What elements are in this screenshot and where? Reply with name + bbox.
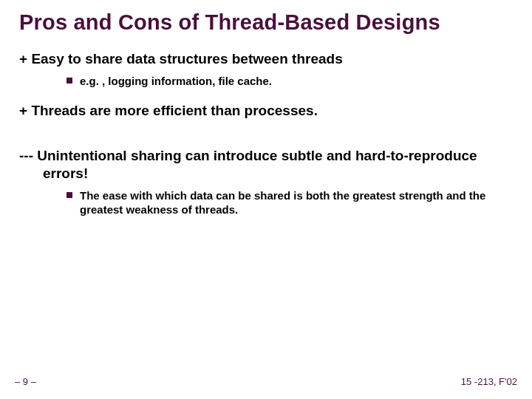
slide-title: Pros and Cons of Thread-Based Designs <box>19 10 513 34</box>
point-prefix: --- <box>19 148 37 163</box>
bullet-point-pro-1: + Easy to share data structures between … <box>19 50 513 68</box>
point-text: Threads are more efficient than processe… <box>31 103 318 118</box>
slide: Pros and Cons of Thread-Based Designs + … <box>0 0 532 399</box>
sub-point-text: The ease with which data can be shared i… <box>80 188 513 217</box>
point-text: Easy to share data structures between th… <box>31 51 342 66</box>
point-prefix: + <box>19 51 31 66</box>
sub-point-con-1: The ease with which data can be shared i… <box>66 188 513 217</box>
course-tag: 15 -213, F'02 <box>461 376 517 387</box>
square-bullet-icon <box>66 192 72 198</box>
sub-point-text: e.g. , logging information, file cache. <box>80 74 513 89</box>
page-number: – 9 – <box>15 376 36 387</box>
point-text: Unintentional sharing can introduce subt… <box>37 148 477 181</box>
point-prefix: + <box>19 103 31 118</box>
spacer <box>19 125 513 147</box>
bullet-point-con-1: --- Unintentional sharing can introduce … <box>19 147 513 183</box>
square-bullet-icon <box>66 78 72 83</box>
bullet-point-pro-2: + Threads are more efficient than proces… <box>19 102 513 120</box>
sub-point-pro-1: e.g. , logging information, file cache. <box>66 74 513 89</box>
